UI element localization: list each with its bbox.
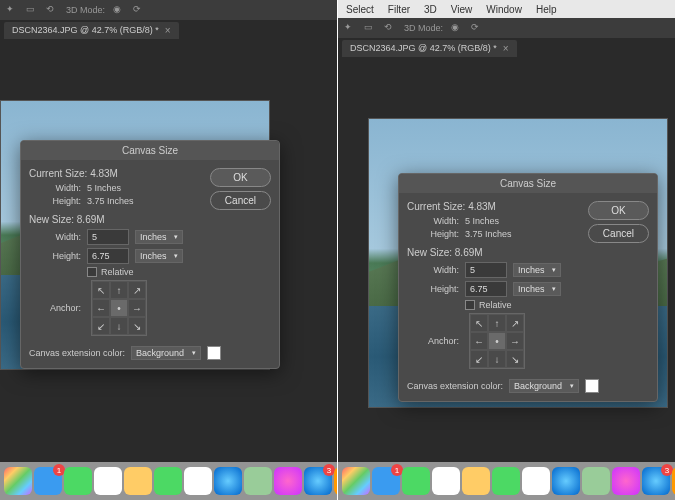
reminders-icon[interactable] (522, 467, 550, 495)
close-icon[interactable]: × (503, 43, 509, 54)
height-unit-select[interactable]: Inches (513, 282, 561, 296)
anchor-se[interactable]: ↘ (506, 350, 524, 368)
cancel-button[interactable]: Cancel (210, 191, 271, 210)
dialog-title: Canvas Size (399, 174, 657, 193)
height-label: Height: (407, 284, 459, 294)
anchor-c[interactable]: • (488, 332, 506, 350)
appstore-icon[interactable]: 3 (642, 467, 670, 495)
notes-icon[interactable] (462, 467, 490, 495)
width-input[interactable] (465, 262, 507, 278)
relative-checkbox[interactable] (465, 300, 475, 310)
anchor-n[interactable]: ↑ (110, 281, 128, 299)
extension-color-select[interactable]: Background (509, 379, 579, 393)
menu-3d[interactable]: 3D (424, 4, 437, 15)
anchor-s[interactable]: ↓ (110, 317, 128, 335)
maps-icon[interactable] (244, 467, 272, 495)
mail-icon[interactable]: 1 (372, 467, 400, 495)
new-size-label: New Size: 8.69M (29, 214, 271, 225)
height-input[interactable] (465, 281, 507, 297)
appstore-icon[interactable]: 3 (304, 467, 332, 495)
dock: 13 (0, 462, 337, 500)
document-tabs: DSCN2364.JPG @ 42.7% (RGB/8) * × (0, 20, 337, 40)
options-bar: ✦ ▭ ⟲ 3D Mode: ◉ ⟳ (0, 0, 337, 20)
anchor-grid[interactable]: ↖↑↗ ←•→ ↙↓↘ (469, 313, 525, 369)
tool-icon: ◉ (451, 22, 463, 34)
maps-icon[interactable] (582, 467, 610, 495)
color-swatch[interactable] (207, 346, 221, 360)
anchor-label: Anchor: (29, 303, 81, 313)
canvas: Canvas Size OK Cancel Current Size: 4.83… (0, 40, 337, 480)
options-bar: ✦ ▭ ⟲ 3D Mode: ◉ ⟳ (338, 18, 675, 38)
anchor-n[interactable]: ↑ (488, 314, 506, 332)
dialog-title: Canvas Size (21, 141, 279, 160)
anchor-sw[interactable]: ↙ (92, 317, 110, 335)
ok-button[interactable]: OK (588, 201, 649, 220)
anchor-label: Anchor: (407, 336, 459, 346)
anchor-grid[interactable]: ↖↑↗ ←•→ ↙↓↘ (91, 280, 147, 336)
relative-label: Relative (479, 300, 512, 310)
anchor-nw[interactable]: ↖ (92, 281, 110, 299)
width-unit-select[interactable]: Inches (135, 230, 183, 244)
anchor-sw[interactable]: ↙ (470, 350, 488, 368)
mail-icon[interactable]: 1 (34, 467, 62, 495)
messages-icon[interactable] (402, 467, 430, 495)
anchor-ne[interactable]: ↗ (128, 281, 146, 299)
width-input[interactable] (87, 229, 129, 245)
height-label: Height: (29, 251, 81, 261)
ibooks-icon[interactable] (334, 467, 337, 495)
photos-icon[interactable] (342, 467, 370, 495)
numbers-icon[interactable] (154, 467, 182, 495)
notes-icon[interactable] (124, 467, 152, 495)
cancel-button[interactable]: Cancel (588, 224, 649, 243)
width-label: Width: (29, 232, 81, 242)
canvas: Canvas Size OK Cancel Current Size: 4.83… (338, 58, 675, 498)
photos-icon[interactable] (4, 467, 32, 495)
anchor-ne[interactable]: ↗ (506, 314, 524, 332)
menubar: SelectFilter3DViewWindowHelp (338, 0, 675, 18)
close-icon[interactable]: × (165, 25, 171, 36)
numbers-icon[interactable] (492, 467, 520, 495)
relative-label: Relative (101, 267, 134, 277)
safari-icon[interactable] (214, 467, 242, 495)
calendar-icon[interactable] (94, 467, 122, 495)
messages-icon[interactable] (64, 467, 92, 495)
itunes-icon[interactable] (274, 467, 302, 495)
extension-color-label: Canvas extension color: (29, 348, 125, 358)
relative-checkbox[interactable] (87, 267, 97, 277)
document-tab[interactable]: DSCN2364.JPG @ 42.7% (RGB/8) * × (342, 40, 517, 57)
document-tab[interactable]: DSCN2364.JPG @ 42.7% (RGB/8) * × (4, 22, 179, 39)
anchor-nw[interactable]: ↖ (470, 314, 488, 332)
tool-icon: ✦ (6, 4, 18, 16)
tool-icon: ▭ (364, 22, 376, 34)
anchor-e[interactable]: → (506, 332, 524, 350)
height-input[interactable] (87, 248, 129, 264)
extension-color-select[interactable]: Background (131, 346, 201, 360)
itunes-icon[interactable] (612, 467, 640, 495)
height-unit-select[interactable]: Inches (135, 249, 183, 263)
anchor-c[interactable]: • (110, 299, 128, 317)
color-swatch[interactable] (585, 379, 599, 393)
tab-label: DSCN2364.JPG @ 42.7% (RGB/8) * (350, 43, 497, 53)
width-unit-select[interactable]: Inches (513, 263, 561, 277)
current-height: 3.75 Inches (87, 196, 134, 206)
height-label: Height: (29, 196, 81, 206)
safari-icon[interactable] (552, 467, 580, 495)
reminders-icon[interactable] (184, 467, 212, 495)
ok-button[interactable]: OK (210, 168, 271, 187)
height-label: Height: (407, 229, 459, 239)
calendar-icon[interactable] (432, 467, 460, 495)
menu-help[interactable]: Help (536, 4, 557, 15)
menu-select[interactable]: Select (346, 4, 374, 15)
anchor-s[interactable]: ↓ (488, 350, 506, 368)
tool-icon: ⟳ (471, 22, 483, 34)
anchor-w[interactable]: ← (92, 299, 110, 317)
menu-filter[interactable]: Filter (388, 4, 410, 15)
current-height: 3.75 Inches (465, 229, 512, 239)
menu-view[interactable]: View (451, 4, 473, 15)
anchor-w[interactable]: ← (470, 332, 488, 350)
tool-icon: ◉ (113, 4, 125, 16)
menu-window[interactable]: Window (486, 4, 522, 15)
anchor-se[interactable]: ↘ (128, 317, 146, 335)
anchor-e[interactable]: → (128, 299, 146, 317)
extension-color-label: Canvas extension color: (407, 381, 503, 391)
